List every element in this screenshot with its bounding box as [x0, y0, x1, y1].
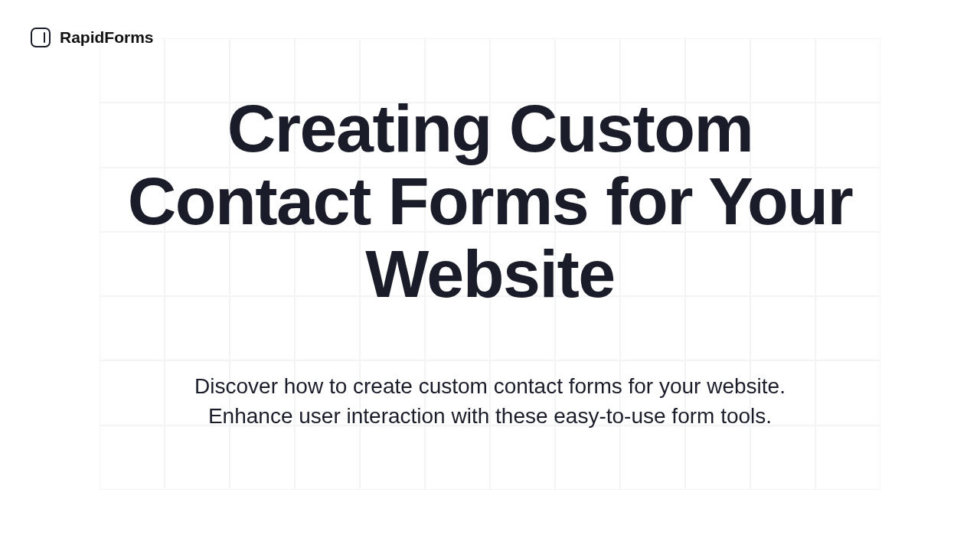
- brand-name: RapidForms: [60, 28, 154, 47]
- page-subtitle: Discover how to create custom contact fo…: [191, 371, 789, 431]
- page-title: Creating Custom Contact Forms for Your W…: [122, 92, 858, 310]
- site-header: RapidForms: [31, 28, 154, 47]
- hero-content: Creating Custom Contact Forms for Your W…: [122, 92, 858, 431]
- logo-icon: [31, 28, 51, 47]
